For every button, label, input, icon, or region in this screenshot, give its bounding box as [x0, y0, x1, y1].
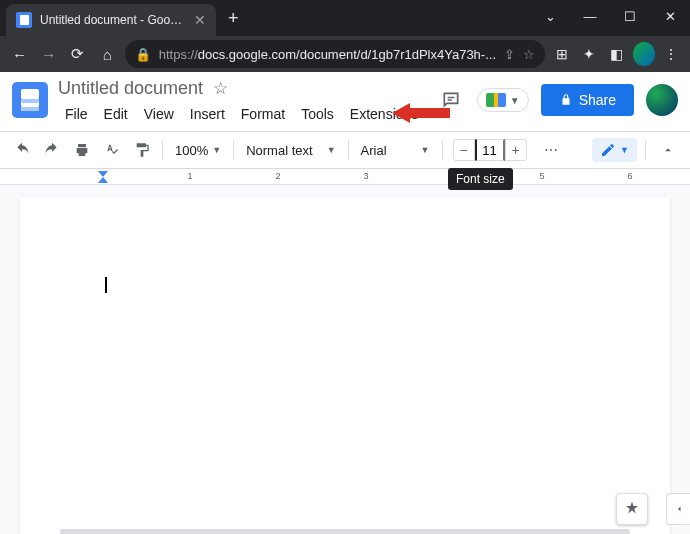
font-size-group: − +	[453, 139, 527, 161]
menu-tools[interactable]: Tools	[294, 103, 341, 125]
text-cursor	[105, 277, 107, 293]
horizontal-scrollbar[interactable]	[60, 529, 630, 534]
url-text: https://docs.google.com/document/d/1gb7r…	[159, 47, 496, 62]
comment-history-icon[interactable]	[437, 86, 465, 114]
show-side-panel-button[interactable]	[666, 493, 690, 525]
docs-header: Untitled document ☆ File Edit View Inser…	[0, 72, 690, 131]
spellcheck-button[interactable]	[98, 136, 126, 164]
translate-icon[interactable]: ⊞	[551, 42, 572, 66]
menu-format[interactable]: Format	[234, 103, 292, 125]
chevron-down-icon: ▼	[620, 145, 629, 155]
share-label: Share	[579, 92, 616, 108]
undo-button[interactable]	[8, 136, 36, 164]
home-button[interactable]: ⌂	[96, 41, 119, 67]
lock-icon	[559, 93, 573, 107]
menu-edit[interactable]: Edit	[97, 103, 135, 125]
document-canvas	[0, 185, 690, 534]
menu-extensions[interactable]: Extensions	[343, 103, 425, 125]
forward-button[interactable]: →	[37, 41, 60, 67]
paragraph-style-select[interactable]: Normal text ▼	[240, 143, 341, 158]
chevron-down-icon: ▼	[421, 145, 430, 155]
minimize-button[interactable]: —	[570, 2, 610, 30]
document-page[interactable]	[20, 197, 670, 534]
url-field[interactable]: 🔒 https://docs.google.com/document/d/1gb…	[125, 40, 545, 68]
docs-favicon	[16, 12, 32, 28]
menu-bar: File Edit View Insert Format Tools Exten…	[58, 103, 427, 125]
zoom-select[interactable]: 100% ▼	[169, 143, 227, 158]
reload-button[interactable]: ⟳	[66, 41, 89, 67]
new-tab-button[interactable]: +	[216, 8, 251, 29]
ruler[interactable]: 1 2 3 4 5 6	[0, 169, 690, 185]
browser-address-bar: ← → ⟳ ⌂ 🔒 https://docs.google.com/docume…	[0, 36, 690, 72]
panel-icon[interactable]: ◧	[606, 42, 627, 66]
extensions-icon[interactable]: ✦	[578, 42, 599, 66]
close-window-button[interactable]: ✕	[650, 2, 690, 30]
window-controls: ⌄ — ☐ ✕	[530, 0, 690, 30]
star-icon[interactable]: ☆	[213, 78, 228, 99]
font-size-decrease[interactable]: −	[453, 139, 475, 161]
editing-mode-button[interactable]: ▼	[592, 138, 637, 162]
tab-title: Untitled document - Google Docs	[40, 13, 186, 27]
account-avatar[interactable]	[646, 84, 678, 116]
share-button[interactable]: Share	[541, 84, 634, 116]
bookmark-star-icon[interactable]: ☆	[523, 47, 535, 62]
browser-menu-icon[interactable]: ⋮	[661, 42, 682, 66]
browser-titlebar: Untitled document - Google Docs ✕ + ⌄ — …	[0, 0, 690, 36]
meet-button[interactable]: ▼	[477, 88, 529, 112]
redo-button[interactable]	[38, 136, 66, 164]
font-size-increase[interactable]: +	[505, 139, 527, 161]
docs-logo[interactable]	[12, 82, 48, 118]
collapse-header-button[interactable]	[654, 136, 682, 164]
toolbar: 100% ▼ Normal text ▼ Arial ▼ − + ⋯ Font …	[0, 131, 690, 169]
maximize-button[interactable]: ☐	[610, 2, 650, 30]
menu-view[interactable]: View	[137, 103, 181, 125]
meet-icon	[486, 93, 506, 107]
print-button[interactable]	[68, 136, 96, 164]
browser-tab[interactable]: Untitled document - Google Docs ✕	[6, 4, 216, 36]
lock-icon: 🔒	[135, 47, 151, 62]
chevron-down-icon: ▼	[327, 145, 336, 155]
font-size-input[interactable]	[475, 139, 505, 161]
dropdown-icon[interactable]: ⌄	[530, 2, 570, 30]
tooltip: Font size	[448, 168, 513, 190]
close-tab-icon[interactable]: ✕	[194, 12, 206, 28]
document-title[interactable]: Untitled document	[58, 78, 203, 99]
more-toolbar-button[interactable]: ⋯	[537, 136, 565, 164]
chevron-down-icon: ▼	[510, 95, 520, 106]
share-url-icon[interactable]: ⇪	[504, 47, 515, 62]
indent-marker-icon[interactable]	[98, 177, 108, 185]
back-button[interactable]: ←	[8, 41, 31, 67]
menu-file[interactable]: File	[58, 103, 95, 125]
chevron-down-icon: ▼	[212, 145, 221, 155]
paint-format-button[interactable]	[128, 136, 156, 164]
pencil-icon	[600, 142, 616, 158]
profile-avatar[interactable]	[633, 42, 654, 66]
font-select[interactable]: Arial ▼	[355, 143, 436, 158]
explore-button[interactable]	[616, 493, 648, 525]
menu-insert[interactable]: Insert	[183, 103, 232, 125]
svg-marker-2	[98, 177, 108, 183]
